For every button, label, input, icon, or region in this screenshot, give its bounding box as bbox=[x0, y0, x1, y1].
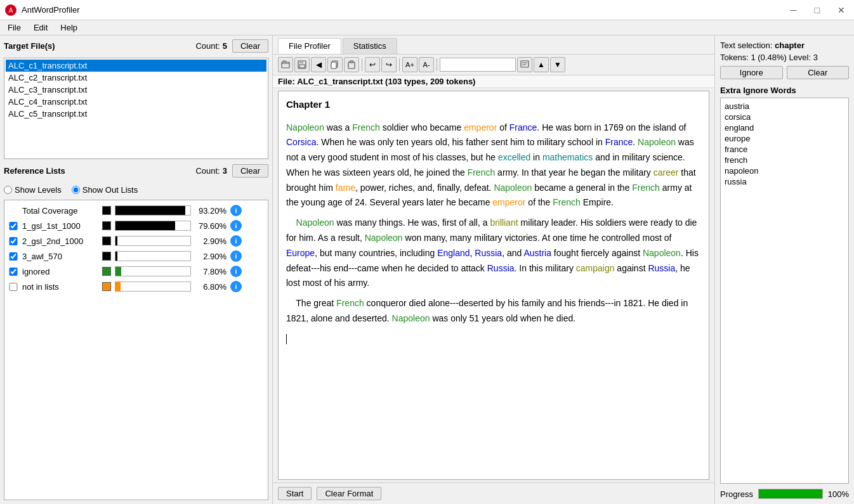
word-corsica[interactable]: Corsica bbox=[286, 137, 316, 147]
gsl2-info-btn[interactable]: i bbox=[230, 235, 242, 247]
word-napoleon5[interactable]: Napoleon bbox=[365, 233, 403, 243]
text-area[interactable]: Chapter 1 Napoleon was a French soldier … bbox=[278, 91, 709, 480]
not-in-lists-bar-fill bbox=[115, 282, 121, 291]
ref-clear-button[interactable]: Clear bbox=[232, 164, 268, 178]
file-list-item[interactable]: ALC_c5_transcript.txt bbox=[6, 108, 266, 120]
clear-format-button[interactable]: Clear Format bbox=[317, 487, 381, 500]
close-btn[interactable]: ✕ bbox=[834, 4, 849, 16]
coverage-row-gsl1: 1_gsl_1st_1000 79.60% i bbox=[7, 218, 265, 233]
ignore-item[interactable]: france bbox=[723, 144, 846, 155]
awl-info-btn[interactable]: i bbox=[230, 250, 242, 262]
file-list-item[interactable]: ALC_c2_transcript.txt bbox=[6, 72, 266, 84]
ignore-item[interactable]: french bbox=[723, 155, 846, 165]
word-french2[interactable]: French bbox=[468, 167, 496, 178]
show-out-lists-radio[interactable]: Show Out Lists bbox=[72, 185, 138, 195]
file-list-item[interactable]: ALC_c3_transcript.txt bbox=[6, 84, 266, 96]
gsl2-checkbox[interactable] bbox=[8, 237, 18, 245]
file-list-item[interactable]: ALC_c4_transcript.txt bbox=[6, 96, 266, 108]
copy-btn[interactable] bbox=[327, 57, 343, 72]
menu-file[interactable]: File bbox=[3, 22, 26, 34]
gsl1-checkbox[interactable] bbox=[8, 222, 18, 230]
menu-help[interactable]: Help bbox=[55, 22, 82, 34]
word-europe[interactable]: Europe bbox=[286, 248, 315, 258]
word-napoleon7[interactable]: Napoleon bbox=[392, 313, 430, 323]
word-france2[interactable]: France bbox=[605, 137, 633, 147]
not-in-lists-pct: 6.80% bbox=[195, 282, 227, 292]
word-napoleon[interactable]: Napoleon bbox=[286, 122, 324, 132]
ignore-item[interactable]: austria bbox=[723, 101, 846, 112]
show-levels-radio[interactable]: Show Levels bbox=[4, 185, 62, 195]
tab-file-profiler[interactable]: File Profiler bbox=[278, 38, 341, 54]
ignore-item[interactable]: napoleon bbox=[723, 165, 846, 176]
awl-checkbox[interactable] bbox=[8, 252, 18, 261]
paste-btn[interactable] bbox=[344, 57, 359, 72]
word-excelled[interactable]: excelled bbox=[498, 152, 530, 162]
minimize-btn[interactable]: ─ bbox=[787, 4, 801, 16]
right-panel: Text selection: chapter Tokens: 1 (0.48%… bbox=[714, 36, 854, 504]
word-mathematics[interactable]: mathematics bbox=[542, 152, 593, 162]
ignored-pct: 7.80% bbox=[195, 267, 227, 276]
right-clear-button[interactable]: Clear bbox=[787, 66, 850, 79]
titlebar-controls[interactable]: ─ □ ✕ bbox=[787, 4, 849, 16]
not-in-lists-info-btn[interactable]: i bbox=[230, 281, 242, 292]
word-french5[interactable]: French bbox=[336, 298, 364, 308]
start-button[interactable]: Start bbox=[278, 487, 312, 500]
awl-label: 3_awl_570 bbox=[22, 252, 98, 261]
save-btn[interactable] bbox=[294, 57, 310, 72]
ignore-item[interactable]: corsica bbox=[723, 112, 846, 122]
word-russia2[interactable]: Russia bbox=[487, 263, 515, 273]
word-england[interactable]: England bbox=[437, 248, 470, 258]
not-in-lists-checkbox[interactable] bbox=[8, 283, 18, 291]
target-clear-button[interactable]: Clear bbox=[232, 39, 268, 53]
total-info-btn[interactable]: i bbox=[230, 205, 242, 216]
font-smaller-btn[interactable]: A- bbox=[419, 57, 434, 72]
text-selection-label: Text selection: bbox=[720, 41, 772, 50]
menu-edit[interactable]: Edit bbox=[29, 22, 53, 34]
word-austria[interactable]: Austria bbox=[523, 248, 551, 258]
font-larger-btn[interactable]: A+ bbox=[402, 57, 417, 72]
redo-btn[interactable]: ↪ bbox=[381, 57, 397, 72]
open-btn[interactable] bbox=[278, 57, 293, 72]
gsl1-label: 1_gsl_1st_1000 bbox=[22, 221, 98, 231]
search-go-btn[interactable] bbox=[517, 57, 532, 72]
word-napoleon2[interactable]: Napoleon bbox=[638, 137, 676, 147]
text-toolbar: ◀ ↩ ↪ A+ A- ▲ ▼ bbox=[273, 55, 714, 75]
word-napoleon6[interactable]: Napoleon bbox=[643, 248, 681, 258]
word-russia[interactable]: Russia bbox=[475, 248, 502, 258]
word-campaign[interactable]: campaign bbox=[576, 263, 615, 273]
bottom-toolbar: Start Clear Format bbox=[273, 482, 714, 504]
ignore-item[interactable]: russia bbox=[723, 176, 846, 187]
word-napoleon3[interactable]: Napoleon bbox=[494, 183, 532, 193]
tab-statistics[interactable]: Statistics bbox=[343, 38, 397, 54]
ignore-item[interactable]: england bbox=[723, 122, 846, 133]
ignored-checkbox[interactable] bbox=[8, 268, 18, 276]
word-russia3[interactable]: Russia bbox=[648, 263, 675, 273]
gsl1-info-btn[interactable]: i bbox=[230, 220, 242, 231]
word-fame[interactable]: fame bbox=[336, 183, 355, 193]
word-emperor2[interactable]: emperor bbox=[492, 197, 525, 207]
svg-rect-4 bbox=[299, 61, 303, 63]
word-brilliant[interactable]: brilliant bbox=[490, 217, 518, 228]
ignore-item[interactable]: europe bbox=[723, 133, 846, 144]
word-french[interactable]: French bbox=[352, 122, 380, 132]
maximize-btn[interactable]: □ bbox=[811, 4, 824, 16]
search-input[interactable] bbox=[440, 58, 516, 72]
word-france[interactable]: France bbox=[509, 122, 537, 132]
progress-label: Progress bbox=[720, 489, 753, 499]
word-napoleon4[interactable]: Napoleon bbox=[296, 217, 334, 228]
ignored-label: ignored bbox=[22, 267, 98, 276]
prev-btn[interactable]: ▲ bbox=[534, 57, 549, 72]
gsl1-bar-fill bbox=[115, 221, 175, 230]
word-french4[interactable]: French bbox=[553, 197, 581, 207]
ignore-list[interactable]: austria corsica england europe france fr… bbox=[720, 98, 849, 484]
word-career[interactable]: career bbox=[654, 167, 679, 178]
word-emperor[interactable]: emperor bbox=[464, 122, 497, 132]
target-file-list[interactable]: ALC_c1_transcript.txt ALC_c2_transcript.… bbox=[4, 58, 268, 159]
next-btn[interactable]: ▼ bbox=[550, 57, 565, 72]
back-btn[interactable]: ◀ bbox=[311, 57, 326, 72]
file-list-item[interactable]: ALC_c1_transcript.txt bbox=[6, 60, 266, 72]
undo-btn[interactable]: ↩ bbox=[365, 57, 380, 72]
ignored-info-btn[interactable]: i bbox=[230, 266, 242, 277]
ignore-button[interactable]: Ignore bbox=[720, 66, 783, 79]
word-french3[interactable]: French bbox=[632, 183, 660, 193]
